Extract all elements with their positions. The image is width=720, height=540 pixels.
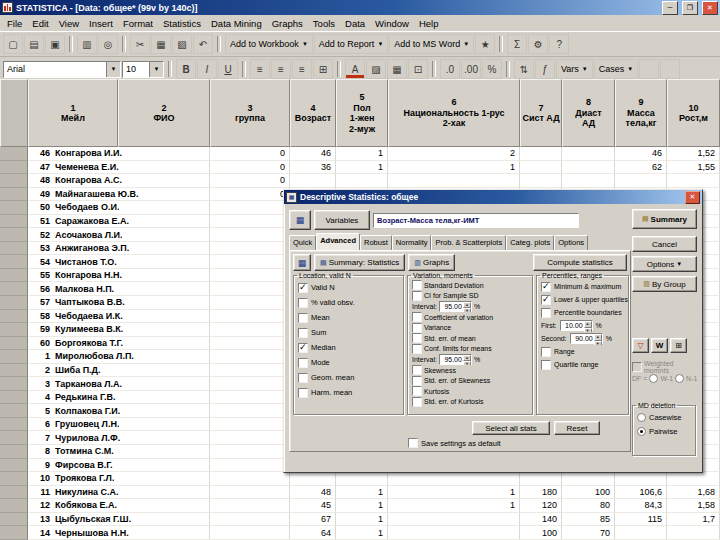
checkbox-ci-for-sample-sd[interactable]	[412, 291, 422, 301]
case-cell[interactable]: 53Анжиганова Э.П.	[28, 242, 210, 256]
weighted-moments-checkbox[interactable]	[632, 362, 642, 372]
variables-button[interactable]: Variables	[314, 210, 370, 230]
cell[interactable]: 1,68	[667, 486, 720, 500]
cell[interactable]	[667, 472, 720, 486]
open-file-icon[interactable]: ▤	[24, 34, 44, 54]
case-cell[interactable]: 56Малкова Н.П.	[28, 282, 210, 296]
function-icon[interactable]: ƒ	[535, 59, 555, 79]
new-file-icon[interactable]: ▢	[3, 34, 23, 54]
checkbox-conf-limits-for-means[interactable]	[412, 344, 422, 354]
case-cell[interactable]: 48Конгарова А.С.	[28, 174, 210, 188]
underline-icon[interactable]: U	[218, 59, 238, 79]
add-to-report-button[interactable]: Add to Report▼	[314, 34, 389, 54]
cell[interactable]: 1,52	[667, 147, 720, 161]
fill-color-icon[interactable]: ▨	[366, 59, 386, 79]
checkbox-coefficient-of-variation[interactable]	[412, 312, 422, 322]
select-all-stats-button[interactable]: Select all stats	[472, 421, 550, 435]
row-gutter[interactable]	[0, 350, 28, 364]
menu-item-view[interactable]: View	[54, 17, 84, 30]
cell[interactable]: 0	[210, 188, 290, 202]
case-cell[interactable]: 46Конгарова И.И.	[28, 147, 210, 161]
menu-item-window[interactable]: Window	[370, 17, 414, 30]
menu-item-format[interactable]: Format	[118, 17, 158, 30]
cell[interactable]: 1	[336, 499, 388, 513]
font-color-icon[interactable]: A	[345, 59, 365, 79]
cell[interactable]	[667, 174, 720, 188]
case-cell[interactable]: 47Чеменева Е.И.	[28, 161, 210, 175]
row-gutter[interactable]	[0, 269, 28, 283]
selected-variables-field[interactable]: Возраст-Масса тела,кг-ИМТ	[373, 213, 579, 228]
cell[interactable]	[210, 445, 290, 459]
case-cell[interactable]: 3Тарканова Л.А.	[28, 377, 210, 391]
checkbox-median[interactable]	[298, 343, 308, 353]
cell[interactable]: 100	[562, 486, 615, 500]
case-cell[interactable]: 52Асочакова Л.И.	[28, 228, 210, 242]
checkbox-quartile-range[interactable]	[541, 360, 551, 370]
checkbox-%-valid-obsv[interactable]	[298, 298, 308, 308]
tab-robust[interactable]: Robust	[360, 235, 392, 250]
menu-item-data-mining[interactable]: Data Mining	[206, 17, 267, 30]
vars-button[interactable]: Vars▼	[556, 59, 593, 79]
column-header-сист-ад[interactable]: 7 Сист АД	[520, 79, 562, 147]
save-settings-checkbox[interactable]	[408, 438, 418, 448]
case-cell[interactable]: 4Редькина Г.В.	[28, 391, 210, 405]
cell[interactable]	[520, 147, 562, 161]
row-gutter[interactable]	[0, 472, 28, 486]
cell[interactable]	[615, 174, 667, 188]
decrease-decimals-icon[interactable]: .00	[461, 59, 481, 79]
case-cell[interactable]: 54Чистанов Т.О.	[28, 255, 210, 269]
graphs-button[interactable]: ▥ Graphs	[408, 254, 455, 271]
column-header-диаст[interactable]: 8 Диаст АД	[562, 79, 615, 147]
cell[interactable]	[210, 364, 290, 378]
row-gutter[interactable]	[0, 445, 28, 459]
help-icon[interactable]: ?	[549, 34, 569, 54]
row-gutter[interactable]	[0, 526, 28, 540]
checkbox-minimum-&-maximum[interactable]	[541, 282, 551, 292]
merge-cells-icon[interactable]: ⊞	[313, 59, 333, 79]
column-header-масса[interactable]: 9 Масса тела,кг	[615, 79, 667, 147]
cell[interactable]: 70	[562, 526, 615, 540]
case-cell[interactable]: 59Кулимеева В.К.	[28, 323, 210, 337]
cell[interactable]	[210, 350, 290, 364]
row-gutter[interactable]	[0, 161, 28, 175]
cell[interactable]	[210, 404, 290, 418]
cell[interactable]	[210, 377, 290, 391]
cell[interactable]: 67	[290, 513, 336, 527]
cases-button[interactable]: Cases▼	[594, 59, 638, 79]
close-icon[interactable]: ✕	[685, 191, 700, 204]
font-size-combo[interactable]: 10▼	[122, 61, 164, 78]
column-header-фио[interactable]: 2 ФИО	[118, 79, 210, 147]
align-right-icon[interactable]: ≡	[292, 59, 312, 79]
checkbox-std-err-of-skewness[interactable]	[412, 376, 422, 386]
stats-grid-icon[interactable]: ▦	[293, 254, 311, 271]
variable-grid-icon[interactable]: ▦	[289, 210, 311, 230]
row-gutter[interactable]	[0, 431, 28, 445]
spinner-input[interactable]: 95.00▲▼	[439, 301, 472, 312]
summary-button[interactable]: ▤ Summary	[632, 209, 697, 229]
cell[interactable]	[210, 526, 290, 540]
menu-item-file[interactable]: File	[2, 17, 27, 30]
cell[interactable]: 1	[336, 161, 388, 175]
cell[interactable]: 140	[520, 513, 562, 527]
row-gutter[interactable]	[0, 513, 28, 527]
cell[interactable]: 106,6	[615, 486, 667, 500]
by-group-button[interactable]: ▥ By Group	[632, 276, 697, 292]
row-gutter[interactable]	[0, 364, 28, 378]
cell[interactable]	[210, 337, 290, 351]
dialog-title-bar[interactable]: ▦ Descriptive Statistics: общее ✕	[284, 190, 702, 204]
cell[interactable]: 85	[562, 513, 615, 527]
case-cell[interactable]: 60Боргоякова Т.Г.	[28, 337, 210, 351]
case-cell[interactable]: 7Чурилова Л.Ф.	[28, 431, 210, 445]
checkbox-standard-deviation[interactable]	[412, 280, 422, 290]
case-cell[interactable]: 6Грушовец Л.Н.	[28, 418, 210, 432]
cell[interactable]	[210, 310, 290, 324]
cell[interactable]	[388, 174, 520, 188]
cell[interactable]: 1	[388, 499, 520, 513]
cell[interactable]: 1	[336, 147, 388, 161]
wizard-icon[interactable]: ★	[475, 34, 495, 54]
row-gutter[interactable]	[0, 391, 28, 405]
cell[interactable]	[210, 282, 290, 296]
cell[interactable]	[210, 472, 290, 486]
case-cell[interactable]: 5Колпакова Г.И.	[28, 404, 210, 418]
font-family-combo[interactable]: Arial▼	[3, 61, 121, 78]
